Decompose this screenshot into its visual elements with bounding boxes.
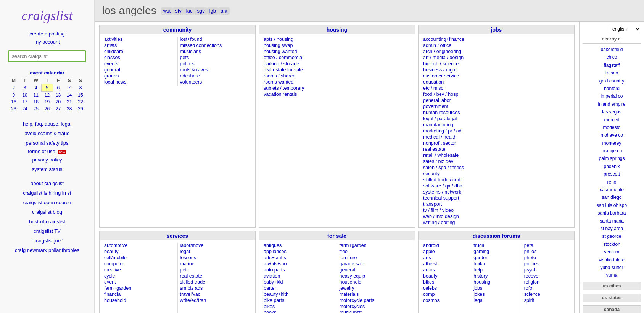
list-item[interactable]: technical support [423,195,570,201]
sublink-sfv[interactable]: sfv [173,7,184,15]
nearby-city-link[interactable]: stockton [583,240,641,248]
list-item[interactable]: books [264,310,335,313]
list-item[interactable]: help [473,267,519,273]
cal-day[interactable]: 23 [8,105,19,112]
nearby-city-link[interactable]: orange co [583,147,641,155]
list-item[interactable]: philos [524,249,570,254]
list-item[interactable]: transport [423,202,570,207]
nearby-city-link[interactable]: prescott [583,170,641,178]
list-item[interactable]: parking / storage [264,61,410,66]
list-item[interactable]: missed connections [180,43,251,48]
cal-day[interactable]: 21 [64,98,75,105]
list-item[interactable]: religion [524,279,570,285]
list-item[interactable]: materials [340,292,411,297]
list-item[interactable]: household [104,298,175,303]
list-item[interactable]: skilled trade [180,279,251,285]
blog-link[interactable]: craigslist blog [32,209,62,215]
list-item[interactable]: bike parts [264,298,335,303]
list-item[interactable]: childcare [104,49,175,54]
list-item[interactable]: real estate [180,273,251,279]
nearby-city-link[interactable]: san diego [583,194,641,201]
list-item[interactable]: rants & raves [180,67,251,73]
cal-day[interactable]: 15 [75,92,86,99]
list-item[interactable]: celebs [423,286,469,291]
canada-label[interactable]: canada [583,305,641,313]
list-item[interactable]: computer [104,261,175,266]
list-item[interactable]: cosmos [423,298,469,303]
list-item[interactable]: jewelry [340,286,411,291]
list-item[interactable]: housing swap [264,43,410,48]
list-item[interactable]: manufacturing [423,122,570,127]
list-item[interactable]: tv / film / video [423,208,570,213]
list-item[interactable]: art / media / design [423,55,570,60]
list-item[interactable]: lessons [180,255,251,260]
list-item[interactable]: sm biz ads [180,286,251,291]
sublink-lac[interactable]: lac [184,7,195,15]
list-item[interactable]: barter [264,286,335,291]
cal-day[interactable]: 12 [42,92,53,99]
list-item[interactable]: retail / wholesale [423,153,570,158]
nearby-city-link[interactable]: sacramento [583,186,641,194]
terms-link[interactable]: terms of use [28,148,55,154]
list-item[interactable]: general [104,67,175,73]
list-item[interactable]: frugal [473,243,519,248]
craig-link[interactable]: craig newmark philanthropies [15,247,79,253]
list-item[interactable]: apple [423,249,469,254]
nearby-city-link[interactable]: chico [583,53,641,61]
nearby-city-link[interactable]: palm springs [583,155,641,162]
list-item[interactable]: haiku [473,261,519,266]
cal-day[interactable]: 22 [75,98,86,105]
cal-day[interactable]: 17 [19,98,31,105]
list-item[interactable]: rooms / shared [264,73,410,79]
nearby-city-link[interactable]: imperial co [583,92,641,100]
nearby-city-link[interactable]: flagstaff [583,61,641,69]
list-item[interactable]: write/ed/tran [180,298,251,303]
list-item[interactable]: real estate for sale [264,67,410,73]
list-item[interactable]: legal / paralegal [423,116,570,121]
list-item[interactable]: event [104,279,175,285]
list-item[interactable]: cell/mobile [104,255,175,260]
list-item[interactable]: beauty [423,273,469,279]
list-item[interactable]: psych [524,267,570,273]
list-item[interactable]: pet [180,267,251,273]
list-item[interactable]: nonprofit sector [423,140,570,146]
hiring-link[interactable]: craigslist is hiring in sf [23,190,71,196]
language-select[interactable]: englishespañolfrançaisdeutschitalianopor… [609,25,641,33]
cal-day[interactable]: 4 [31,84,42,92]
sublink-ant[interactable]: ant [218,7,230,15]
nearby-city-link[interactable]: hanford [583,85,641,92]
list-item[interactable]: medical / health [423,134,570,140]
list-item[interactable]: free [340,249,411,254]
list-item[interactable]: spirit [524,298,570,303]
list-item[interactable]: android [423,243,469,248]
list-item[interactable]: jokes [473,292,519,297]
list-item[interactable]: autos [423,267,469,273]
scams-link[interactable]: avoid scams & fraud [25,131,70,136]
list-item[interactable]: real estate [423,147,570,152]
nearby-city-link[interactable]: st george [583,232,641,240]
list-item[interactable]: volunteers [180,79,251,85]
cal-day[interactable]: 5 [42,84,53,92]
cal-day[interactable]: 10 [19,92,31,99]
my-account-link[interactable]: my account [34,39,60,45]
list-item[interactable]: human resources [423,110,570,115]
list-item[interactable]: systems / network [423,189,570,195]
list-item[interactable]: marketing / pr / ad [423,128,570,134]
list-item[interactable]: creative [104,267,175,273]
list-item[interactable]: sublets / temporary [264,86,410,91]
list-item[interactable]: music instr [340,310,411,313]
cal-day[interactable]: 16 [8,98,19,105]
nearby-city-link[interactable]: bakersfield [583,46,641,53]
list-item[interactable]: heavy equip [340,273,411,279]
list-item[interactable]: beauty+hlth [264,292,335,297]
list-item[interactable]: security [423,171,570,176]
list-item[interactable]: household [340,279,411,285]
nearby-city-link[interactable]: sf bay area [583,225,641,232]
list-item[interactable]: general labor [423,98,570,103]
list-item[interactable]: farm+garden [104,286,175,291]
list-item[interactable]: automotive [104,243,175,248]
list-item[interactable]: financial [104,292,175,297]
list-item[interactable]: pets [180,55,251,60]
list-item[interactable]: garage sale [340,261,411,266]
list-item[interactable]: gaming [473,249,519,254]
